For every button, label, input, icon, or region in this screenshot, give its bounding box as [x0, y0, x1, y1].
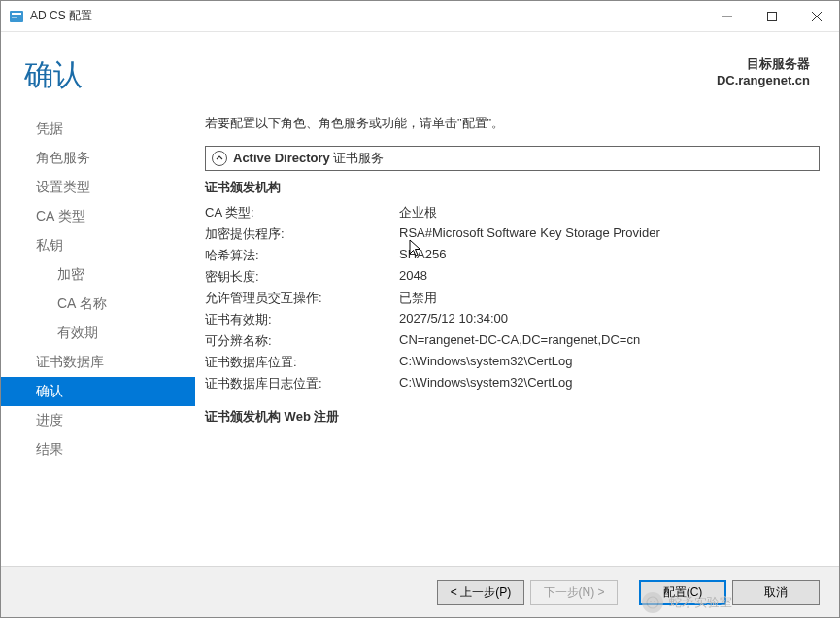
property-label: 证书数据库日志位置: — [205, 375, 399, 393]
wizard-content: 若要配置以下角色、角色服务或功能，请单击"配置"。 Active Directo… — [195, 107, 839, 568]
sidebar-item[interactable]: 证书数据库 — [1, 348, 195, 377]
property-value: 企业根 — [399, 204, 820, 222]
property-label: CA 类型: — [205, 204, 399, 222]
property-value: 已禁用 — [399, 290, 820, 307]
sidebar-item[interactable]: CA 名称 — [1, 290, 195, 319]
minimize-button[interactable] — [705, 1, 750, 32]
property-value: CN=rangenet-DC-CA,DC=rangenet,DC=cn — [399, 332, 820, 350]
close-button[interactable] — [794, 1, 839, 32]
wizard-main: 凭据角色服务设置类型CA 类型私钥加密CA 名称有效期证书数据库确认进度结果 若… — [1, 107, 839, 568]
wizard-header: 确认 目标服务器 DC.rangenet.cn — [1, 32, 839, 107]
property-value: SHA256 — [399, 247, 820, 264]
target-server-info: 目标服务器 DC.rangenet.cn — [717, 55, 810, 87]
sidebar-item[interactable]: CA 类型 — [1, 202, 195, 231]
cancel-button[interactable]: 取消 — [732, 580, 820, 605]
sidebar-item[interactable]: 设置类型 — [1, 173, 195, 202]
property-value: RSA#Microsoft Software Key Storage Provi… — [399, 225, 820, 243]
svg-rect-2 — [12, 17, 17, 18]
sidebar-item[interactable]: 角色服务 — [1, 144, 195, 173]
sidebar-item[interactable]: 加密 — [1, 260, 195, 290]
property-row: 密钥长度:2048 — [205, 266, 820, 288]
property-value: 2027/5/12 10:34:00 — [399, 311, 820, 328]
property-row: 证书有效期:2027/5/12 10:34:00 — [205, 309, 820, 330]
wizard-footer: < 上一步(P) 下一步(N) > 配置(C) 取消 — [1, 566, 839, 617]
window-titlebar: AD CS 配置 — [1, 1, 839, 32]
chevron-up-icon[interactable] — [212, 151, 227, 166]
sidebar-item[interactable]: 私钥 — [1, 231, 195, 260]
property-value: C:\Windows\system32\CertLog — [399, 354, 820, 371]
svg-rect-4 — [768, 12, 777, 20]
property-label: 证书有效期: — [205, 311, 399, 328]
window-controls — [705, 1, 839, 32]
configure-button[interactable]: 配置(C) — [639, 580, 726, 605]
property-row: 哈希算法:SHA256 — [205, 245, 820, 266]
next-button: 下一步(N) > — [530, 580, 618, 605]
sidebar-item[interactable]: 确认 — [1, 377, 195, 406]
property-row: 加密提供程序:RSA#Microsoft Software Key Storag… — [205, 223, 820, 245]
properties-list: CA 类型:企业根加密提供程序:RSA#Microsoft Software K… — [205, 202, 820, 395]
property-label: 加密提供程序: — [205, 225, 399, 243]
property-row: 证书数据库位置:C:\Windows\system32\CertLog — [205, 352, 820, 373]
sidebar-item[interactable]: 结果 — [1, 435, 195, 464]
property-label: 哈希算法: — [205, 247, 399, 264]
group-heading-web: 证书颁发机构 Web 注册 — [205, 408, 820, 426]
section-title: Active Directory 证书服务 — [233, 150, 384, 167]
app-icon — [9, 9, 24, 24]
property-label: 可分辨名称: — [205, 332, 399, 350]
property-row: 证书数据库日志位置:C:\Windows\system32\CertLog — [205, 373, 820, 395]
maximize-button[interactable] — [750, 1, 794, 32]
property-label: 密钥长度: — [205, 268, 399, 286]
window-title: AD CS 配置 — [30, 8, 92, 24]
sidebar-item[interactable]: 有效期 — [1, 319, 195, 348]
instruction-text: 若要配置以下角色、角色服务或功能，请单击"配置"。 — [205, 115, 820, 132]
section-header[interactable]: Active Directory 证书服务 — [205, 146, 820, 171]
target-server-name: DC.rangenet.cn — [717, 73, 810, 87]
property-label: 证书数据库位置: — [205, 354, 399, 371]
property-row: 允许管理员交互操作:已禁用 — [205, 288, 820, 309]
previous-button[interactable]: < 上一步(P) — [437, 580, 524, 605]
group-heading-ca: 证书颁发机构 — [205, 179, 820, 196]
sidebar-item[interactable]: 凭据 — [1, 115, 195, 144]
property-row: CA 类型:企业根 — [205, 202, 820, 223]
page-title: 确认 — [24, 55, 83, 95]
property-row: 可分辨名称:CN=rangenet-DC-CA,DC=rangenet,DC=c… — [205, 330, 820, 352]
sidebar-item[interactable]: 进度 — [1, 406, 195, 435]
property-value: 2048 — [399, 268, 820, 286]
wizard-sidebar: 凭据角色服务设置类型CA 类型私钥加密CA 名称有效期证书数据库确认进度结果 — [1, 107, 195, 568]
target-server-label: 目标服务器 — [717, 55, 810, 73]
property-value: C:\Windows\system32\CertLog — [399, 375, 820, 393]
svg-rect-1 — [12, 13, 21, 15]
property-label: 允许管理员交互操作: — [205, 290, 399, 307]
